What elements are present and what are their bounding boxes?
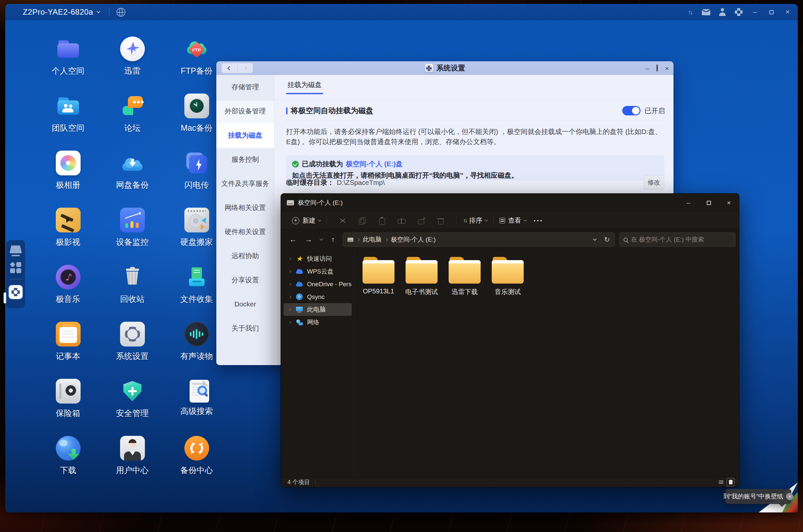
tab-mount-as-disk[interactable]: 挂载为磁盘 xyxy=(286,80,323,94)
cache-directory-label: 临时缓存目录： xyxy=(286,178,334,187)
copy-icon[interactable] xyxy=(358,216,366,225)
refresh-icon[interactable]: ↻ xyxy=(604,236,610,244)
explorer-statusbar: 4 个项目 xyxy=(281,477,739,487)
sidebar-item-network-settings[interactable]: 网络相关设置 xyxy=(216,195,274,220)
breadcrumb-this-pc[interactable]: 此电脑 xyxy=(363,235,381,244)
recycle-bin-trash-icon xyxy=(120,265,145,289)
more-options-icon[interactable]: ··· xyxy=(533,216,543,225)
security-shield-icon xyxy=(120,379,145,403)
modify-button[interactable]: 修改 xyxy=(643,175,664,190)
forward-icon[interactable] xyxy=(243,66,247,71)
cut-icon[interactable] xyxy=(339,216,347,225)
mounted-drive-link[interactable]: 极空间-个人 (E:)盘 xyxy=(346,159,403,169)
app-movie-center[interactable]: 极影视 xyxy=(36,200,100,257)
sidebar-item-service-control[interactable]: 服务控制 xyxy=(216,147,274,171)
details-view-icon[interactable] xyxy=(718,479,724,485)
sidebar-item-qsync[interactable]: ↻Qsync xyxy=(284,290,352,303)
section-title: 将极空间自动挂载为磁盘 xyxy=(291,106,373,116)
mount-description: 打开本功能后，请务必保持客户端始终运行 (可以最小化，但不能关闭) ，极空间就会… xyxy=(286,127,664,147)
sidebar-item-hardware-settings[interactable]: 硬件相关设置 xyxy=(216,220,274,244)
view-button[interactable]: 查看 xyxy=(508,216,521,225)
settings-gear-icon[interactable] xyxy=(734,8,743,16)
device-dropdown-icon[interactable] xyxy=(97,8,100,14)
app-system-settings[interactable]: 系统设置 xyxy=(100,314,164,371)
folder-item[interactable]: 电子书测试 xyxy=(400,255,443,304)
app-download[interactable]: 下载 xyxy=(36,428,100,485)
app-safe-box[interactable]: 保险箱 xyxy=(36,371,100,428)
search-input[interactable] xyxy=(631,236,731,243)
folder-item[interactable]: 音乐测试 xyxy=(486,255,529,304)
back-icon[interactable] xyxy=(227,66,232,71)
nav-recent-icon[interactable] xyxy=(320,237,323,240)
device-name[interactable]: Z2Pro-YAE2-6820a xyxy=(23,7,93,17)
sidebar-item-mount-as-disk[interactable]: 挂载为磁盘 xyxy=(216,123,274,147)
nav-up-icon[interactable]: ↑ xyxy=(331,235,335,244)
search-box[interactable] xyxy=(619,232,735,247)
delete-icon[interactable] xyxy=(436,216,445,225)
rename-icon[interactable] xyxy=(397,216,406,225)
app-user-center[interactable]: 用户中心 xyxy=(100,428,164,485)
app-music[interactable]: ♪ 极音乐 xyxy=(36,257,100,314)
app-cloud-backup[interactable]: 网盘备份 xyxy=(100,143,164,200)
sort-dropdown-icon[interactable] xyxy=(485,218,488,222)
close-button[interactable]: × xyxy=(783,8,792,16)
app-advanced-search[interactable]: Advanced 高级搜索 xyxy=(164,371,229,428)
language-globe-icon[interactable] xyxy=(116,8,125,17)
app-drawer-icon[interactable] xyxy=(10,262,21,273)
new-button[interactable]: 新建 xyxy=(303,216,315,225)
app-notepad[interactable]: 记事本 xyxy=(36,314,100,371)
sidebar-item-network[interactable]: 网络 xyxy=(284,316,352,328)
app-backup-center[interactable]: 备份中心 xyxy=(164,428,229,485)
sidebar-item-storage-management[interactable]: 存储管理 xyxy=(216,75,274,99)
app-thunder[interactable]: 迅雷 xyxy=(100,29,164,86)
paste-icon[interactable] xyxy=(378,216,386,225)
sidebar-item-wps-cloud[interactable]: WPS云盘 xyxy=(284,265,352,278)
sidebar-item-file-sharing-services[interactable]: 文件及共享服务 xyxy=(216,171,274,195)
cache-directory-row: 临时缓存目录： D:\ZSpaceTmp\ 修改 xyxy=(286,175,664,190)
settings-minimize-button[interactable]: – xyxy=(645,65,649,72)
top-bar: Z2Pro-YAE2-6820a ↑↓ – × xyxy=(5,4,798,20)
onedrive-cloud-icon xyxy=(296,284,303,287)
sidebar-item-onedrive[interactable]: OneDrive - Persona xyxy=(284,278,352,290)
app-device-monitor[interactable]: 设备监控 xyxy=(100,200,164,257)
minimize-button[interactable]: – xyxy=(751,8,759,16)
sidebar-item-this-pc[interactable]: 此电脑 xyxy=(284,303,352,316)
app-recycle-bin[interactable]: 回收站 xyxy=(100,257,164,314)
sidebar-item-external-device-management[interactable]: 外部设备管理 xyxy=(216,99,274,123)
app-security-management[interactable]: 安全管理 xyxy=(100,371,164,428)
nav-back-icon[interactable]: ← xyxy=(289,235,297,244)
settings-close-button[interactable]: × xyxy=(665,65,669,72)
sidebar-item-remote-assist[interactable]: 远程协助 xyxy=(216,244,274,268)
sort-button[interactable]: 排序 xyxy=(469,216,482,225)
dock-system-settings-icon[interactable] xyxy=(9,285,22,299)
app-photo-album[interactable]: 极相册 xyxy=(36,143,100,200)
address-dropdown-icon[interactable] xyxy=(593,237,597,241)
desktop-view-icon[interactable] xyxy=(10,245,22,256)
explorer-maximize-button[interactable] xyxy=(698,194,719,212)
share-icon[interactable] xyxy=(417,216,425,225)
explorer-close-button[interactable]: × xyxy=(719,194,739,212)
app-team-space[interactable]: 团队空间 xyxy=(36,86,100,143)
folder-item[interactable]: 迅雷下载 xyxy=(443,255,486,304)
address-bar[interactable]: 此电脑 极空间-个人 (E:) ↻ xyxy=(343,232,615,247)
transfer-tasks-icon[interactable]: ↑↓ xyxy=(686,8,694,16)
maximize-button[interactable] xyxy=(767,8,775,16)
large-icons-view-icon[interactable] xyxy=(727,478,734,486)
breadcrumb-drive[interactable]: 极空间-个人 (E:) xyxy=(391,235,436,244)
new-dropdown-icon[interactable] xyxy=(318,218,322,222)
sidebar-item-quick-access[interactable]: ★快速访问 xyxy=(284,252,352,265)
nav-forward-icon[interactable]: → xyxy=(305,235,312,244)
sidebar-item-about-us[interactable]: 关于我们 xyxy=(216,316,274,340)
user-account-icon[interactable] xyxy=(718,8,727,16)
sidebar-item-share-settings[interactable]: 分享设置 xyxy=(216,268,274,292)
folder-item[interactable]: OP5913L1 xyxy=(357,255,400,304)
settings-maximize-button[interactable] xyxy=(657,65,658,71)
explorer-minimize-button[interactable]: – xyxy=(678,194,698,212)
messages-icon[interactable] xyxy=(702,8,710,16)
app-forum[interactable]: 论坛 xyxy=(100,86,164,143)
new-item-icon[interactable] xyxy=(292,217,299,224)
app-personal-space[interactable]: 个人空间 xyxy=(36,29,100,86)
view-dropdown-icon[interactable] xyxy=(524,218,527,222)
sidebar-item-docker[interactable]: Docker xyxy=(216,292,274,316)
auto-mount-toggle[interactable] xyxy=(622,106,640,115)
